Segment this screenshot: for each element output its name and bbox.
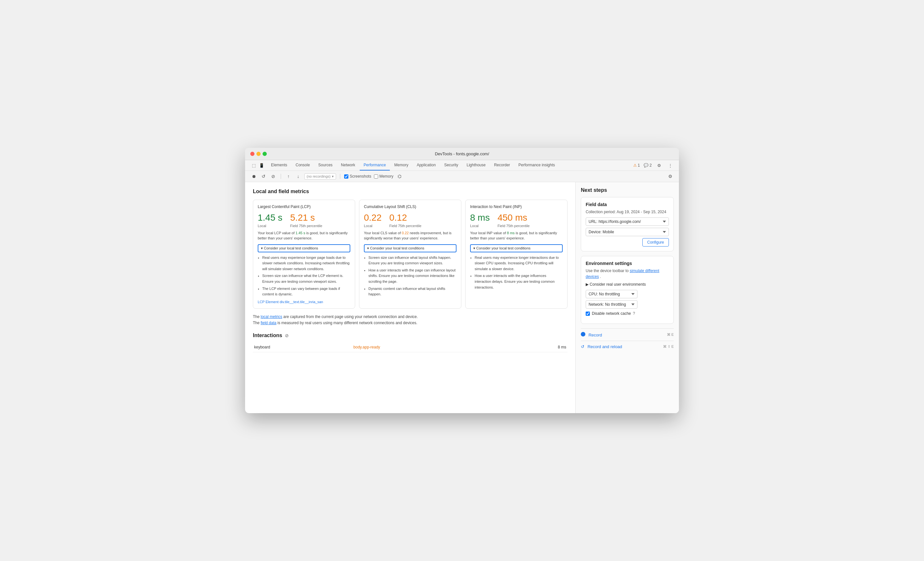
lcp-local-label: Local: [258, 224, 282, 228]
cls-local-group: 0.22 Local: [364, 212, 382, 228]
memory-checkbox-label[interactable]: Memory: [374, 174, 393, 179]
cls-highlight: 0.22: [402, 231, 409, 235]
next-steps-title: Next steps: [581, 187, 674, 193]
lcp-condition-1: Real users may experience longer page lo…: [262, 255, 350, 272]
chevron-down-icon: ▾: [332, 174, 334, 179]
record-label: Record: [589, 332, 602, 337]
tab-perf-insights[interactable]: Performance insights: [514, 160, 559, 171]
screenshots-label: Screenshots: [350, 174, 371, 179]
clear-btn[interactable]: ⊘: [270, 173, 277, 180]
device-icon[interactable]: 📱: [258, 162, 265, 169]
local-metrics-link[interactable]: local metrics: [261, 314, 282, 319]
minimize-button[interactable]: [256, 152, 261, 156]
lcp-highlight: 1.45 s: [296, 231, 305, 235]
inp-condition-2: How a user interacts with the page influ…: [475, 273, 563, 290]
disable-cache-row: Disable network cache ?: [586, 311, 669, 316]
reload-btn[interactable]: ↺: [260, 173, 267, 180]
tab-console[interactable]: Console: [292, 160, 314, 171]
lcp-field-value: 5.21 s: [290, 212, 322, 223]
network-dropdown[interactable]: Network: No throttling: [586, 300, 638, 309]
screenshots-checkbox[interactable]: [344, 174, 348, 179]
metrics-icon[interactable]: ⌬: [396, 173, 403, 180]
download-btn[interactable]: ↓: [295, 173, 302, 180]
toolbar-settings-icon[interactable]: ⚙: [667, 173, 674, 180]
settings-icon[interactable]: ⚙: [656, 162, 663, 169]
cls-card: Cumulative Layout Shift (CLS) 0.22 Local…: [359, 200, 461, 309]
warning-count: 1: [638, 163, 640, 168]
lcp-conditions-btn[interactable]: ▾ Consider your local test conditions: [258, 244, 350, 252]
field-data-link[interactable]: field data: [261, 321, 276, 325]
network-dropdown-row: Network: No throttling: [586, 300, 669, 309]
tab-elements[interactable]: Elements: [267, 160, 291, 171]
configure-btn[interactable]: Configure: [642, 238, 669, 247]
url-dropdown[interactable]: URL: https://fonts.google.com/: [586, 217, 669, 226]
inp-conditions-label: ▾ Consider your local test conditions: [473, 246, 531, 250]
info-badge: 💬 2: [644, 163, 652, 168]
more-icon[interactable]: ⋮: [667, 162, 674, 169]
metrics-grid: Largest Contentful Paint (LCP) 1.45 s Lo…: [253, 200, 567, 309]
env-settings-intro: Use the device toolbar to simulate diffe…: [586, 268, 669, 280]
tab-application[interactable]: Application: [413, 160, 440, 171]
interactions-ban-icon: ⊘: [285, 333, 289, 338]
inp-local-value: 8 ms: [470, 212, 490, 223]
cls-title: Cumulative Layout Shift (CLS): [364, 205, 456, 209]
record-reload-label: Record and reload: [588, 344, 622, 349]
toolbar: ⏺ ↺ ⊘ ↑ ↓ (no recordings) ▾ Screenshots …: [245, 171, 679, 182]
env-settings-title: Environment settings: [586, 261, 669, 266]
maximize-button[interactable]: [262, 152, 267, 156]
lcp-conditions-label: ▾ Consider your local test conditions: [261, 246, 318, 250]
screenshots-checkbox-label[interactable]: Screenshots: [344, 174, 371, 179]
info-icon: 💬: [644, 163, 648, 168]
record-row[interactable]: Record ⌘ E: [581, 328, 674, 341]
record-left: Record: [581, 332, 602, 337]
inp-field-label: Field 75th percentile: [498, 224, 530, 228]
memory-label: Memory: [380, 174, 393, 179]
footer-line1-suffix: are captured from the current page using…: [283, 314, 418, 319]
lcp-local-group: 1.45 s Local: [258, 212, 282, 228]
inp-highlight: 8 ms: [507, 231, 515, 235]
tab-performance[interactable]: Performance: [360, 160, 390, 171]
help-icon[interactable]: ?: [633, 311, 635, 316]
nav-right: ⚠ 1 💬 2 ⚙ ⋮: [633, 162, 674, 169]
lcp-condition-3: The LCP element can vary between page lo…: [262, 286, 350, 297]
cls-conditions-label: ▾ Consider your local test conditions: [367, 246, 424, 250]
memory-checkbox[interactable]: [374, 174, 378, 179]
tab-sources[interactable]: Sources: [314, 160, 336, 171]
inp-field-group: 450 ms Field 75th percentile: [498, 212, 530, 228]
upload-btn[interactable]: ↑: [285, 173, 292, 180]
close-button[interactable]: [250, 152, 255, 156]
table-row: keyboard body.app-ready 8 ms: [253, 342, 567, 352]
consider-real-btn[interactable]: ▶ Consider real user environments: [586, 282, 669, 287]
tab-security[interactable]: Security: [440, 160, 462, 171]
lcp-element: LCP Element div.tile__text.tile__inria_s…: [258, 300, 350, 304]
record-reload-row[interactable]: ↺ Record and reload ⌘ ⇧ E: [581, 341, 674, 352]
record-shortcut: ⌘ E: [667, 332, 674, 337]
tab-lighthouse[interactable]: Lighthouse: [463, 160, 489, 171]
cls-condition-3: Dynamic content can influence what layou…: [368, 286, 456, 297]
record-btn[interactable]: ⏺: [250, 173, 257, 180]
left-panel: Local and field metrics Largest Contentf…: [245, 182, 575, 413]
warning-icon: ⚠: [633, 163, 637, 168]
interaction-time: 8 ms: [508, 342, 567, 352]
inp-condition-1: Real users may experience longer interac…: [475, 255, 563, 272]
recordings-dropdown[interactable]: (no recordings) ▾: [304, 174, 336, 180]
device-dropdown[interactable]: Device: Mobile: [586, 228, 669, 236]
tab-network[interactable]: Network: [337, 160, 359, 171]
inspect-icon[interactable]: ⬚: [250, 162, 257, 169]
cpu-dropdown[interactable]: CPU: No throttling: [586, 290, 638, 298]
footer-line1: The local metrics are captured from the …: [253, 314, 567, 320]
tab-memory[interactable]: Memory: [390, 160, 412, 171]
tab-recorder[interactable]: Recorder: [490, 160, 514, 171]
interaction-selector: body.app-ready: [352, 342, 509, 352]
cpu-dropdown-row: CPU: No throttling: [586, 290, 669, 298]
interactions-title: Interactions: [253, 332, 282, 338]
interaction-name: keyboard: [253, 342, 352, 352]
inp-card: Interaction to Next Paint (INP) 8 ms Loc…: [465, 200, 567, 309]
section-title: Local and field metrics: [253, 188, 567, 194]
warning-badge: ⚠ 1: [633, 163, 640, 168]
cls-conditions-btn[interactable]: ▾ Consider your local test conditions: [364, 244, 456, 252]
record-reload-left: ↺ Record and reload: [581, 344, 622, 349]
nav-icons: ⬚ 📱: [250, 162, 265, 169]
inp-conditions-btn[interactable]: ▾ Consider your local test conditions: [470, 244, 563, 252]
disable-cache-checkbox[interactable]: [586, 311, 590, 316]
